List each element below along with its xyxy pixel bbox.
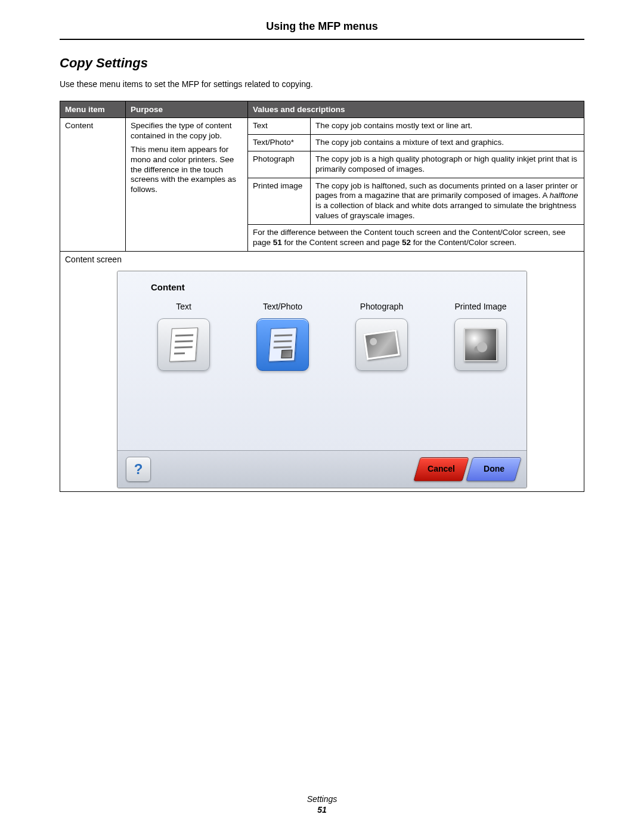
value-label: Text: [248, 118, 311, 135]
table-row: Content Specifies the type of content co…: [60, 118, 584, 135]
help-button[interactable]: ?: [126, 457, 151, 482]
touchscreen-preview: Content Text Text/P: [117, 271, 527, 488]
purpose-p1: Specifies the type of content contained …: [131, 121, 243, 141]
cancel-button[interactable]: Cancel: [413, 457, 469, 481]
option-label: Text/Photo: [247, 302, 318, 312]
option-text-photo[interactable]: Text/Photo: [247, 302, 318, 371]
question-icon: ?: [134, 460, 143, 478]
value-desc: The copy job contains a mixture of text …: [311, 134, 584, 151]
content-screen-label: Content screen: [65, 255, 579, 265]
value-label: Printed image: [248, 178, 311, 225]
page-number: 51: [0, 804, 644, 815]
done-button[interactable]: Done: [466, 457, 521, 481]
text-photo-icon: [256, 318, 309, 371]
printed-image-icon: [454, 318, 507, 371]
text-page-icon: [157, 318, 210, 371]
value-desc: The copy job contains mostly text or lin…: [311, 118, 584, 135]
chapter-header: Using the MFP menus: [60, 20, 584, 33]
value-label: Photograph: [248, 151, 311, 178]
touchscreen-footer: ? Cancel Done: [117, 450, 527, 488]
footer-label: Settings: [0, 794, 644, 804]
cell-purpose: Specifies the type of content contained …: [126, 118, 248, 252]
cell-menu-item: Content: [60, 118, 126, 252]
option-printed-image[interactable]: Printed Image: [445, 302, 516, 371]
option-photograph[interactable]: Photograph: [346, 302, 417, 371]
touchscreen-heading: Content: [151, 282, 516, 293]
chapter-title: Using the MFP menus: [266, 20, 378, 33]
value-desc: The copy job is halftoned, such as docum…: [311, 178, 584, 225]
option-text[interactable]: Text: [148, 302, 219, 371]
page-footer: Settings 51: [0, 794, 644, 815]
purpose-p2: This menu item appears for mono and colo…: [131, 145, 243, 195]
section-title: Copy Settings: [60, 55, 584, 71]
option-label: Photograph: [346, 302, 417, 312]
option-label: Text: [148, 302, 219, 312]
value-note: For the difference between the Content t…: [248, 225, 584, 252]
col-menu-item: Menu item: [60, 101, 126, 118]
photograph-icon: [355, 318, 408, 371]
section-intro: Use these menu items to set the MFP for …: [60, 79, 584, 89]
value-label: Text/Photo*: [248, 134, 311, 151]
col-purpose: Purpose: [126, 101, 248, 118]
content-option-row: Text Text/Photo: [148, 302, 516, 371]
option-label: Printed Image: [445, 302, 516, 312]
settings-table: Menu item Purpose Values and description…: [60, 101, 584, 492]
value-desc: The copy job is a high quality photograp…: [311, 151, 584, 178]
col-values: Values and descriptions: [248, 101, 584, 118]
table-row-screen: Content screen Content Text: [60, 251, 584, 492]
divider: [60, 39, 584, 40]
